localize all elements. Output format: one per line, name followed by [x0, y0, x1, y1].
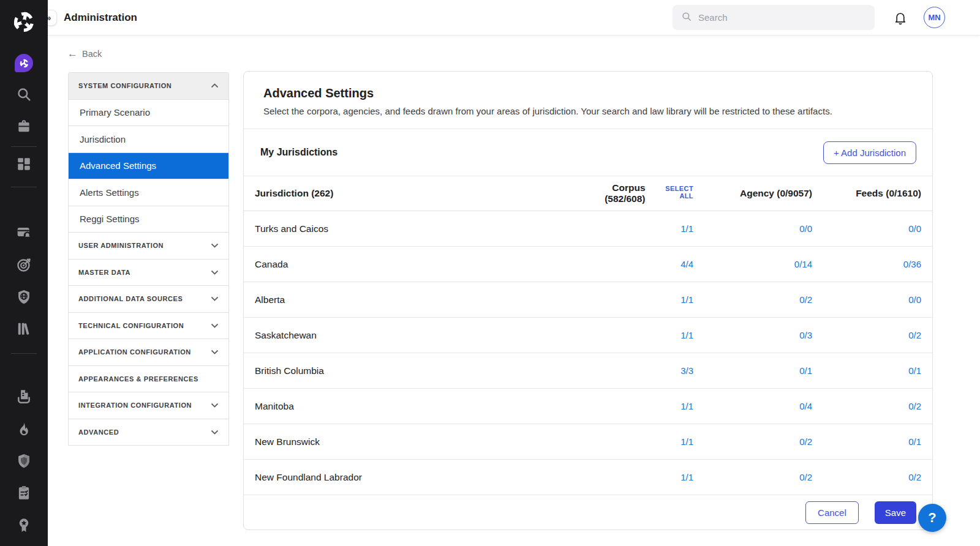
agency-count-link[interactable]: 0/2 [799, 472, 812, 482]
table-row: Turks and Caicos 1/1 0/0 0/0 [244, 211, 932, 247]
nav-section-advanced[interactable]: ADVANCED [69, 419, 228, 446]
library-books-icon[interactable] [16, 321, 32, 337]
nav-section-system-configuration[interactable]: SYSTEM CONFIGURATION [69, 73, 228, 100]
administration-page: » Administration MN ← Back SYSTEM CONFIG… [0, 0, 980, 546]
feeds-count-link[interactable]: 0/2 [908, 472, 921, 482]
table-row: Saskatchewan 1/1 0/3 0/2 [244, 318, 932, 353]
corpus-count-link[interactable]: 1/1 [680, 472, 693, 482]
corpus-count-link[interactable]: 1/1 [680, 330, 693, 340]
agency-count-link[interactable]: 0/3 [799, 330, 812, 340]
agency-count-link[interactable]: 0/2 [799, 436, 812, 447]
select-all-link[interactable]: SELECT ALL [651, 185, 693, 200]
notifications-bell-icon[interactable] [893, 10, 908, 25]
search-icon[interactable] [16, 86, 32, 102]
page-title: Administration [64, 12, 137, 24]
corpus-count-link[interactable]: 4/4 [680, 259, 693, 269]
chevron-down-icon [211, 348, 219, 356]
nav-item-primary-scenario[interactable]: Primary Scenario [69, 100, 228, 127]
icon-rail [0, 0, 48, 546]
document-tray-icon[interactable] [16, 389, 32, 405]
table-row: Alberta 1/1 0/2 0/0 [244, 282, 932, 318]
nav-section-technical-configuration[interactable]: TECHNICAL CONFIGURATION [69, 313, 228, 340]
nav-section-master-data[interactable]: MASTER DATA [69, 260, 228, 286]
column-header-jurisdiction: Jurisdiction (262) [255, 188, 571, 199]
table-row: British Columbia 3/3 0/1 0/1 [244, 353, 932, 389]
feeds-count-link[interactable]: 0/1 [908, 365, 921, 376]
cancel-button[interactable]: Cancel [805, 501, 859, 524]
feeds-count-link[interactable]: 0/36 [903, 259, 921, 269]
agency-count-link[interactable]: 0/0 [799, 223, 812, 234]
top-bar: » Administration MN [48, 0, 980, 36]
save-button[interactable]: Save [875, 501, 916, 524]
rail-divider [11, 353, 37, 354]
chevron-down-icon [211, 402, 219, 409]
jurisdiction-name: New Brunswick [255, 436, 571, 447]
jurisdiction-name: Turks and Caicos [255, 223, 571, 234]
chevron-down-icon [211, 269, 219, 276]
nav-item-alerts-settings[interactable]: Alerts Settings [69, 179, 228, 206]
chevron-down-icon [211, 295, 219, 302]
agency-count-link[interactable]: 0/4 [799, 401, 812, 411]
table-row: New Brunswick 1/1 0/2 0/1 [244, 424, 932, 460]
global-search[interactable] [673, 5, 875, 30]
feeds-count-link[interactable]: 0/2 [908, 330, 921, 340]
panel-footer: Cancel Save [244, 495, 932, 530]
nav-item-advanced-settings[interactable]: Advanced Settings [69, 153, 228, 180]
agency-count-link[interactable]: 0/2 [799, 294, 812, 305]
nav-section-appearances-preferences[interactable]: APPEARANCES & PREFERENCES [69, 366, 228, 393]
shield-globe-icon[interactable] [16, 289, 32, 305]
target-icon[interactable] [16, 257, 32, 273]
table-row: Manitoba 1/1 0/4 0/2 [244, 389, 932, 424]
advanced-settings-panel: Advanced Settings Select the corpora, ag… [243, 71, 933, 530]
chevron-up-icon [211, 82, 219, 89]
back-link[interactable]: ← Back [67, 48, 102, 59]
agency-count-link[interactable]: 0/14 [794, 259, 812, 269]
agency-count-link[interactable]: 0/1 [799, 365, 812, 376]
settings-nav: SYSTEM CONFIGURATION Primary Scenario Ju… [68, 72, 229, 446]
column-header-agency: Agency (0/9057) [693, 188, 812, 199]
nav-item-reggi-settings[interactable]: Reggi Settings [69, 206, 228, 233]
briefcase-icon[interactable] [16, 119, 32, 135]
nav-section-integration-configuration[interactable]: INTEGRATION CONFIGURATION [69, 392, 228, 419]
clipboard-check-icon[interactable] [16, 485, 32, 501]
jurisdiction-name: Alberta [255, 294, 571, 305]
corpus-count-link[interactable]: 1/1 [680, 436, 693, 447]
corpus-count-link[interactable]: 1/1 [680, 223, 693, 234]
corpus-count-link[interactable]: 3/3 [680, 365, 693, 376]
jurisdiction-name: Manitoba [255, 401, 571, 412]
table-header-row: Jurisdiction (262) Corpus (582/608) SELE… [244, 176, 932, 211]
subscriptions-bell-icon[interactable] [16, 225, 32, 241]
dashboard-icon[interactable] [16, 156, 32, 172]
chevron-down-icon [211, 322, 219, 329]
jurisdiction-name: New Foundland Labrador [255, 472, 571, 483]
nav-section-additional-data-sources[interactable]: ADDITIONAL DATA SOURCES [69, 286, 228, 313]
add-jurisdiction-button[interactable]: + Add Jurisdiction [823, 141, 916, 164]
corpus-count-link[interactable]: 1/1 [680, 401, 693, 411]
feeds-count-link[interactable]: 0/0 [908, 294, 921, 305]
search-input[interactable] [698, 12, 858, 23]
award-badge-icon[interactable] [16, 517, 32, 533]
column-header-corpus: Corpus (582/608) [571, 182, 646, 204]
feeds-count-link[interactable]: 0/0 [908, 223, 921, 234]
shield-icon[interactable] [16, 453, 32, 469]
feeds-count-link[interactable]: 0/1 [908, 436, 921, 447]
nav-section-application-configuration[interactable]: APPLICATION CONFIGURATION [69, 339, 228, 366]
panel-header: Advanced Settings Select the corpora, ag… [244, 72, 932, 129]
rail-divider [11, 187, 37, 187]
column-header-feeds: Feeds (0/1610) [812, 188, 921, 199]
feeds-count-link[interactable]: 0/2 [908, 401, 921, 411]
help-button[interactable]: ? [918, 504, 946, 532]
panel-description: Select the corpora, agencies, and feeds … [263, 106, 913, 116]
chevron-down-icon [211, 242, 219, 249]
back-arrow-icon: ← [67, 48, 78, 59]
assistant-chat-icon[interactable] [15, 54, 33, 72]
back-label: Back [82, 49, 102, 59]
brand-logo-icon [10, 8, 38, 36]
jurisdictions-toolbar: My Jurisdictions + Add Jurisdiction [244, 129, 932, 176]
corpus-count-link[interactable]: 1/1 [680, 294, 693, 305]
flame-icon[interactable] [16, 421, 32, 437]
nav-section-user-administration[interactable]: USER ADMINISTRATION [69, 233, 228, 260]
user-avatar[interactable]: MN [924, 7, 945, 28]
chevron-down-icon [211, 428, 219, 436]
nav-item-jurisdiction[interactable]: Jurisdiction [69, 126, 228, 153]
